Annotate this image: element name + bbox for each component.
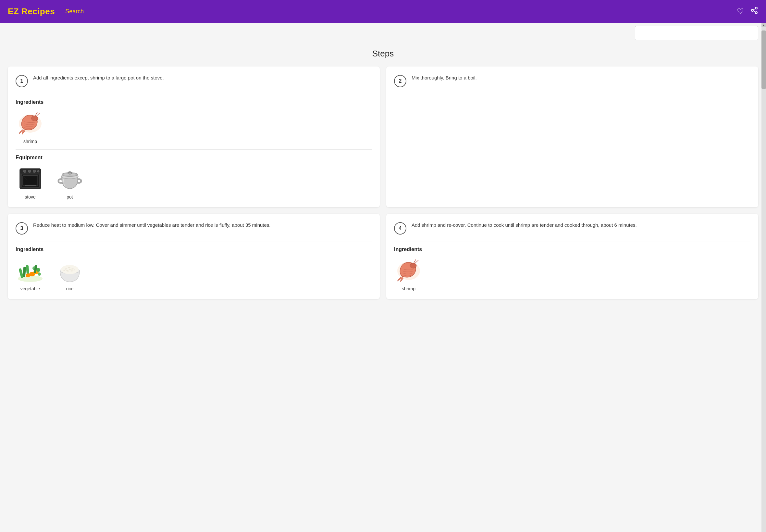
vegetable-image [16,258,45,284]
step-number-3: 3 [16,222,28,235]
step-header-1: 1 Add all ingredients except shrimp to a… [16,74,372,87]
pot-label: pot [67,194,73,199]
step-header-3: 3 Reduce heat to medium low. Cover and s… [16,222,372,235]
nav-search-link[interactable]: Search [65,8,84,15]
shrimp-label-4: shrimp [402,286,416,291]
step-number-1: 1 [16,75,28,87]
svg-point-45 [410,263,417,268]
step-header-4: 4 Add shrimp and re-cover. Continue to c… [394,222,750,235]
svg-point-6 [31,116,38,121]
stove-label: stove [25,194,35,199]
divider-2 [16,149,372,150]
svg-rect-19 [25,185,36,186]
ingredient-vegetable: vegetable [16,258,45,291]
stove-image [16,166,45,192]
step-description-4: Add shrimp and re-cover. Continue to coo… [412,222,750,229]
scrollbar[interactable]: ▲ [761,23,766,532]
step-header-2: 2 Mix thoroughly. Bring to a boil. [394,74,750,87]
step-description-2: Mix thoroughly. Bring to a boil. [412,74,750,82]
step-number-2: 2 [394,75,407,87]
svg-point-18 [37,170,39,172]
ingredient-shrimp-4: shrimp [394,258,423,291]
app-header: EZ Recipes Search ♡ [0,0,766,23]
svg-rect-25 [22,266,26,277]
steps-heading: Steps [8,49,758,59]
ingredients-row-4: shrimp [394,258,750,291]
step-card-2: 2 Mix thoroughly. Bring to a boil. [386,67,758,207]
step-description-3: Reduce heat to medium low. Cover and sim… [33,222,372,229]
ingredients-row-1: shrimp [16,110,372,144]
scrollbar-thumb[interactable] [761,30,766,89]
divider-3 [16,241,372,241]
ingredients-row-3: vegetable [16,258,372,291]
steps-grid: 1 Add all ingredients except shrimp to a… [8,67,758,299]
equipment-row-1: stove [16,166,372,199]
svg-point-15 [23,170,26,173]
shrimp-image [16,110,45,136]
step-description-1: Add all ingredients except shrimp to a l… [33,74,372,82]
vegetable-label: vegetable [20,286,40,291]
divider [16,94,372,94]
pot-image [55,166,84,192]
ingredient-rice: rice [55,258,84,291]
rice-label: rice [66,286,74,291]
equipment-pot: pot [55,166,84,199]
svg-rect-26 [26,265,29,275]
app-logo: EZ Recipes [8,6,55,17]
svg-point-17 [33,170,36,173]
svg-line-3 [753,11,756,12]
search-input[interactable] [635,26,758,40]
ingredients-label-4: Ingredients [394,247,750,252]
shrimp-image-4 [394,258,423,284]
svg-rect-12 [23,176,37,185]
main-content: Steps 1 Add all ingredients except shrim… [0,49,766,312]
ingredients-label-1: Ingredients [16,99,372,105]
svg-point-32 [38,272,41,276]
step-card-4: 4 Add shrimp and re-cover. Continue to c… [386,214,758,299]
share-icon[interactable] [750,6,758,16]
step-card-3: 3 Reduce heat to medium low. Cover and s… [8,214,380,299]
svg-point-29 [26,273,30,277]
equipment-stove: stove [16,166,45,199]
svg-rect-24 [18,268,23,278]
divider-4 [394,241,750,241]
scrollbar-up-arrow[interactable]: ▲ [761,23,766,27]
header-actions: ♡ [737,6,758,16]
ingredients-label-3: Ingredients [16,247,372,252]
favorites-icon[interactable]: ♡ [737,7,744,16]
equipment-label-1: Equipment [16,155,372,161]
step-card-1: 1 Add all ingredients except shrimp to a… [8,67,380,207]
shrimp-label: shrimp [23,139,37,144]
ingredient-shrimp: shrimp [16,110,45,144]
svg-point-16 [28,170,31,173]
svg-point-31 [36,268,40,272]
rice-image [55,258,84,284]
step-number-4: 4 [394,222,407,235]
svg-line-4 [753,9,756,10]
search-bar-area [0,23,766,43]
